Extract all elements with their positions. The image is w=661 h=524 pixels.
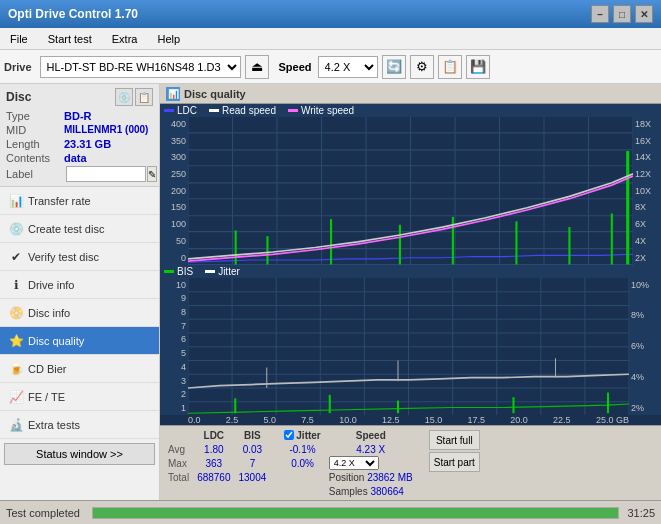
- drive-info-icon: ℹ: [8, 277, 24, 293]
- sidebar-item-cd-bier[interactable]: 🍺 CD Bier: [0, 355, 159, 383]
- contents-value: data: [64, 152, 153, 164]
- bis-header: BIS: [235, 428, 271, 442]
- disc-quality-icon: ⭐: [8, 333, 24, 349]
- avg-bis: 0.03: [235, 442, 271, 456]
- read-speed-dot: [209, 109, 219, 112]
- total-bis: 13004: [235, 470, 271, 484]
- time-display: 31:25: [627, 507, 655, 519]
- drive-label: Drive: [4, 61, 32, 73]
- disc-icon-1[interactable]: 💿: [115, 88, 133, 106]
- stats-area: LDC BIS Jitter Speed Avg 1.80 0.03 -0.1%: [160, 425, 661, 500]
- refresh-button[interactable]: 🔄: [382, 55, 406, 79]
- menu-help[interactable]: Help: [151, 31, 186, 47]
- chart2-y-labels-left: 10 9 8 7 6 5 4 3 2 1: [160, 278, 188, 416]
- start-full-button[interactable]: Start full: [429, 430, 480, 450]
- ldc-legend: LDC: [164, 105, 197, 116]
- create-test-label: Create test disc: [28, 223, 104, 235]
- chart2-y-labels-right: 10% 8% 6% 4% 2%: [629, 278, 661, 416]
- speed-select-cell: 4.2 X: [325, 456, 417, 470]
- type-row: Type BD-R: [6, 110, 153, 122]
- maximize-button[interactable]: □: [613, 5, 631, 23]
- extra-tests-label: Extra tests: [28, 419, 80, 431]
- fe-te-icon: 📈: [8, 389, 24, 405]
- extra-tests-icon: 🔬: [8, 417, 24, 433]
- avg-jitter: -0.1%: [280, 442, 324, 456]
- minimize-button[interactable]: –: [591, 5, 609, 23]
- position-value: 23862 MB: [367, 472, 413, 483]
- avg-label: Avg: [164, 442, 193, 456]
- status-window-button[interactable]: Status window >>: [4, 443, 155, 465]
- label-edit-button[interactable]: ✎: [147, 166, 157, 182]
- disc-info-icon: 📀: [8, 305, 24, 321]
- label-row: Label ✎: [6, 166, 153, 182]
- total-ldc: 688760: [193, 470, 234, 484]
- copy-button[interactable]: 📋: [438, 55, 462, 79]
- close-button[interactable]: ✕: [635, 5, 653, 23]
- settings-button[interactable]: ⚙: [410, 55, 434, 79]
- jitter-checkbox[interactable]: [284, 430, 294, 440]
- jitter-dot: [205, 270, 215, 273]
- write-speed-legend: Write speed: [288, 105, 354, 116]
- sidebar-item-disc-quality[interactable]: ⭐ Disc quality: [0, 327, 159, 355]
- disc-title: Disc: [6, 90, 31, 104]
- chart2-legend: BIS Jitter: [160, 265, 661, 278]
- progress-bar: [93, 508, 618, 518]
- length-label: Length: [6, 138, 64, 150]
- sidebar-item-drive-info[interactable]: ℹ Drive info: [0, 271, 159, 299]
- sidebar-item-fe-te[interactable]: 📈 FE / TE: [0, 383, 159, 411]
- mid-value: MILLENMR1 (000): [64, 124, 153, 136]
- jitter-legend: Jitter: [205, 266, 240, 277]
- menu-extra[interactable]: Extra: [106, 31, 144, 47]
- sidebar-item-create-test-disc[interactable]: 💿 Create test disc: [0, 215, 159, 243]
- app-title: Opti Drive Control 1.70: [8, 7, 138, 21]
- menu-bar: File Start test Extra Help: [0, 28, 661, 50]
- type-value: BD-R: [64, 110, 153, 122]
- transfer-rate-icon: 📊: [8, 193, 24, 209]
- disc-quality-label: Disc quality: [28, 335, 84, 347]
- start-buttons: Start full Start part: [425, 428, 484, 474]
- jitter-header: Jitter: [280, 428, 324, 442]
- drive-select[interactable]: HL-DT-ST BD-RE WH16NS48 1.D3: [40, 56, 241, 78]
- label-key: Label: [6, 168, 64, 180]
- samples-row: Samples 380664: [325, 484, 417, 498]
- save-button[interactable]: 💾: [466, 55, 490, 79]
- disc-info-label: Disc info: [28, 307, 70, 319]
- type-label: Type: [6, 110, 64, 122]
- contents-label: Contents: [6, 152, 64, 164]
- main-area: Disc 💿 📋 Type BD-R MID MILLENMR1 (000) L…: [0, 84, 661, 500]
- verify-test-label: Verify test disc: [28, 251, 99, 263]
- menu-file[interactable]: File: [4, 31, 34, 47]
- label-input[interactable]: [66, 166, 146, 182]
- create-test-icon: 💿: [8, 221, 24, 237]
- disc-quality-header: 📊 Disc quality: [160, 84, 661, 104]
- samples-value: 380664: [370, 486, 403, 497]
- avg-ldc: 1.80: [193, 442, 234, 456]
- title-bar: Opti Drive Control 1.70 – □ ✕: [0, 0, 661, 28]
- ldc-header: LDC: [193, 428, 234, 442]
- sidebar-item-extra-tests[interactable]: 🔬 Extra tests: [0, 411, 159, 439]
- sidebar-item-transfer-rate[interactable]: 📊 Transfer rate: [0, 187, 159, 215]
- speed-select[interactable]: 4.2 X: [318, 56, 378, 78]
- fe-te-label: FE / TE: [28, 391, 65, 403]
- start-part-button[interactable]: Start part: [429, 452, 480, 472]
- length-value: 23.31 GB: [64, 138, 153, 150]
- sidebar-item-disc-info[interactable]: 📀 Disc info: [0, 299, 159, 327]
- speed-stats-select[interactable]: 4.2 X: [329, 456, 379, 470]
- sidebar: Disc 💿 📋 Type BD-R MID MILLENMR1 (000) L…: [0, 84, 160, 500]
- title-bar-buttons: – □ ✕: [591, 5, 653, 23]
- mid-label: MID: [6, 124, 64, 136]
- speed-value: 4.23 X: [325, 442, 417, 456]
- content-area: 📊 Disc quality LDC Read speed Write spee…: [160, 84, 661, 500]
- bottom-status-bar: Test completed 31:25: [0, 500, 661, 524]
- eject-button[interactable]: ⏏: [245, 55, 269, 79]
- disc-icon-buttons: 💿 📋: [115, 88, 153, 106]
- toolbar: Drive HL-DT-ST BD-RE WH16NS48 1.D3 ⏏ Spe…: [0, 50, 661, 84]
- max-ldc: 363: [193, 456, 234, 470]
- chart2-x-labels: 0.0 2.5 5.0 7.5 10.0 12.5 15.0 17.5 20.0…: [160, 415, 661, 425]
- menu-start-test[interactable]: Start test: [42, 31, 98, 47]
- disc-icon-2[interactable]: 📋: [135, 88, 153, 106]
- write-speed-dot: [288, 109, 298, 112]
- disc-panel: Disc 💿 📋 Type BD-R MID MILLENMR1 (000) L…: [0, 84, 159, 187]
- stats-empty: [164, 428, 193, 442]
- sidebar-item-verify-test-disc[interactable]: ✔ Verify test disc: [0, 243, 159, 271]
